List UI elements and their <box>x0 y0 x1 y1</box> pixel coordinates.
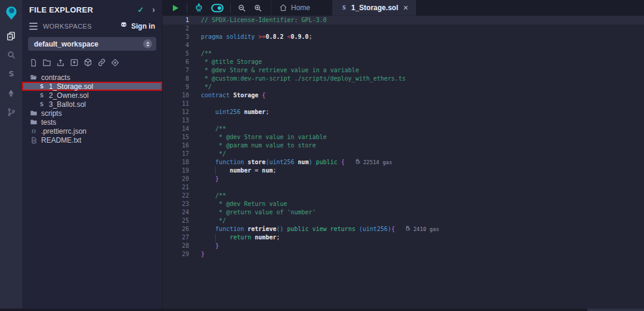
line-number: 5 <box>163 50 189 58</box>
git-icon[interactable] <box>0 103 22 122</box>
code-line-6[interactable]: 6 * @title Storage <box>163 58 644 66</box>
code-line-8[interactable]: 8 * @custom:dev-run-script ./scripts/dep… <box>163 75 644 83</box>
upload-folder-icon[interactable] <box>70 58 79 67</box>
create-new-folder-icon[interactable] <box>42 58 51 67</box>
code-line-28[interactable]: 28 } <box>163 242 644 250</box>
code-line-11[interactable]: 11 <box>163 100 644 108</box>
tab-1-storage-sol[interactable]: S 1_Storage.sol ✕ <box>332 0 417 16</box>
chevron-right-icon[interactable]: › <box>152 5 155 14</box>
copilot-toggle[interactable] <box>208 0 227 16</box>
code-line-text: } <box>189 242 219 250</box>
indent-guide <box>215 167 216 175</box>
code-line-1[interactable]: 1// SPDX-License-Identifier: GPL-3.0 <box>163 16 644 24</box>
tree-item-label: scripts <box>41 109 62 118</box>
upload-files-icon[interactable] <box>56 58 65 67</box>
code-line-26[interactable]: 26 function retrieve() public view retur… <box>163 225 644 233</box>
code-line-text: /** <box>189 125 226 133</box>
line-number: 7 <box>163 66 189 75</box>
solidity-compiler-icon[interactable]: S <box>0 64 22 84</box>
panel-header: FILE EXPLORER ✓ › <box>22 0 162 18</box>
workspace-select[interactable]: default_workspace <box>28 37 156 51</box>
line-number: 16 <box>163 141 189 150</box>
code-line-22[interactable]: 22 /** <box>163 192 644 200</box>
code-line-15[interactable]: 15 * @dev Store value in variable <box>163 133 644 141</box>
code-editor[interactable]: 1// SPDX-License-Identifier: GPL-3.023pr… <box>163 16 644 309</box>
code-line-10[interactable]: 10contract Storage { <box>163 91 644 100</box>
code-line-27[interactable]: 27 return number; <box>163 233 644 242</box>
file-icon <box>30 137 38 144</box>
line-number: 8 <box>163 75 189 83</box>
code-line-20[interactable]: 20 } <box>163 175 644 183</box>
code-line-7[interactable]: 7 * @dev Store & retrieve value in a var… <box>163 66 644 75</box>
deploy-and-run-icon[interactable] <box>0 84 22 103</box>
code-line-12[interactable]: 12 uint256 number; <box>163 108 644 116</box>
run-script-button[interactable] <box>166 0 184 16</box>
code-line-25[interactable]: 25 */ <box>163 217 644 225</box>
code-line-2[interactable]: 2 <box>163 24 644 33</box>
tree-item-label: 3_Ballot.sol <box>49 100 86 109</box>
publish-to-gist-icon[interactable] <box>111 58 119 67</box>
workspaces-menu-icon[interactable] <box>29 23 38 30</box>
code-line-14[interactable]: 14 /** <box>163 125 644 133</box>
line-number: 6 <box>163 58 189 66</box>
code-line-13[interactable]: 13 <box>163 116 644 125</box>
tree-item-label: README.txt <box>41 136 81 144</box>
zoom-in-button[interactable] <box>250 0 266 16</box>
solidity-file-icon: S <box>38 92 45 99</box>
workspaces-row: WORKSPACES Sign in <box>22 18 162 34</box>
tree-item--prettierrc-json[interactable]: {}.prettierrc.json <box>22 127 162 136</box>
svg-text:S: S <box>8 69 14 78</box>
create-new-file-icon[interactable] <box>29 58 38 67</box>
sign-in-button[interactable]: Sign in <box>119 21 155 32</box>
tree-item-scripts[interactable]: scripts <box>22 109 162 118</box>
remix-logo-icon[interactable] <box>0 2 22 23</box>
code-line-text <box>189 116 201 125</box>
line-number: 17 <box>163 150 189 158</box>
tree-item-3-ballot-sol[interactable]: S3_Ballot.sol <box>22 100 162 109</box>
tree-item-tests[interactable]: tests <box>22 118 162 127</box>
gas-estimate: 2410 gas <box>405 225 439 233</box>
code-line-17[interactable]: 17 */ <box>163 150 644 158</box>
search-icon[interactable] <box>0 45 22 64</box>
close-tab-icon[interactable]: ✕ <box>403 4 408 12</box>
folder-icon <box>30 118 38 126</box>
line-number: 28 <box>163 242 189 250</box>
gas-pump-icon <box>355 158 361 167</box>
code-line-text: contract Storage { <box>189 91 265 100</box>
code-line-text: // SPDX-License-Identifier: GPL-3.0 <box>189 16 327 24</box>
code-line-16[interactable]: 16 * @param num value to store <box>163 141 644 150</box>
code-line-3[interactable]: 3pragma solidity >=0.8.2 <0.9.0; <box>163 33 644 41</box>
import-from-ipfs-icon[interactable] <box>83 58 92 67</box>
zoom-out-button[interactable] <box>234 0 250 16</box>
code-line-4[interactable]: 4 <box>163 41 644 50</box>
line-number: 20 <box>163 175 189 183</box>
workspace-select-arrows-icon <box>143 39 152 48</box>
tree-item-contracts[interactable]: contracts <box>22 73 162 82</box>
check-icon: ✓ <box>137 5 144 14</box>
tree-item-label: 2_Owner.sol <box>49 91 89 100</box>
svg-text:S: S <box>342 5 346 11</box>
tab-home[interactable]: Home <box>271 0 318 16</box>
file-explorer-icon[interactable] <box>0 26 22 45</box>
tree-item-readme-txt[interactable]: README.txt <box>22 136 162 144</box>
icon-rail: S <box>0 0 22 309</box>
code-line-29[interactable]: 29} <box>163 250 644 258</box>
sign-in-label: Sign in <box>131 22 155 30</box>
code-line-24[interactable]: 24 * @return value of 'number' <box>163 208 644 217</box>
tree-item-2-owner-sol[interactable]: S2_Owner.sol <box>22 91 162 100</box>
code-line-19[interactable]: 19 number = num; <box>163 167 644 175</box>
code-line-5[interactable]: 5/** <box>163 50 644 58</box>
tree-item-1-storage-sol[interactable]: S1_Storage.sol <box>22 82 162 91</box>
code-line-18[interactable]: 18 function store(uint256 num) public {2… <box>163 158 644 167</box>
code-line-23[interactable]: 23 * @dev Return value <box>163 200 644 208</box>
code-line-text: /** <box>189 192 226 200</box>
code-line-text: * @dev Store & retrieve value in a varia… <box>189 66 359 75</box>
import-from-url-icon[interactable] <box>97 58 106 67</box>
code-line-21[interactable]: 21 <box>163 183 644 192</box>
line-number: 21 <box>163 183 189 192</box>
code-line-9[interactable]: 9 */ <box>163 83 644 91</box>
ai-assistant-button[interactable] <box>190 0 208 16</box>
code-line-text: */ <box>189 150 226 158</box>
code-line-text: * @dev Store value in variable <box>189 133 327 141</box>
panel-title: FILE EXPLORER <box>29 5 137 14</box>
